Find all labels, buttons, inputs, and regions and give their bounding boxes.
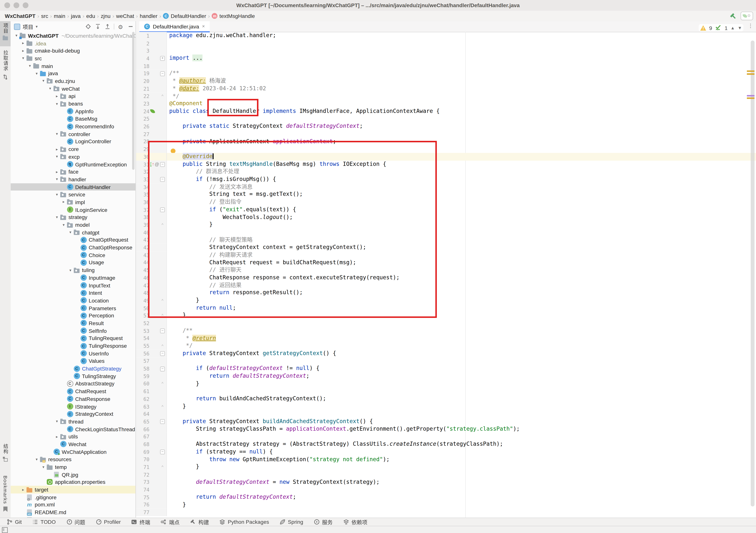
code-line-74[interactable]: 74	[136, 486, 756, 493]
status-item-packages[interactable]: Python Packages	[220, 519, 269, 525]
chevron-expanded-icon[interactable]: ▾	[20, 56, 26, 61]
tree-item-strategycontext[interactable]: CStrategyContext	[11, 410, 135, 418]
code-line-56[interactable]: 56− private StrategyContext getStrategyC…	[136, 350, 756, 357]
code-line-63[interactable]: 63^ }	[136, 403, 756, 410]
chevron-expanded-icon[interactable]: ▾	[54, 101, 60, 106]
code-line-27[interactable]: 27	[136, 130, 756, 138]
chevron-expanded-icon[interactable]: ▾	[34, 457, 40, 462]
tree-item-chatgptrequest[interactable]: CChatGptRequest	[11, 236, 135, 244]
tree-item-application-properties[interactable]: application.properties	[11, 478, 135, 486]
tree-item-wxchatgpt[interactable]: ▾WxChatGPT~/Documents/learning/WxChatGPT	[11, 32, 135, 40]
chevron-collapsed-icon[interactable]: ▸	[54, 435, 60, 439]
code-line-20[interactable]: 20 * @author: 杨海波	[136, 77, 756, 85]
previous-problem-icon[interactable]: ▲	[731, 25, 735, 30]
code-line-57[interactable]: 57	[136, 357, 756, 365]
status-item-build[interactable]: 构建	[190, 518, 209, 526]
chevron-expanded-icon[interactable]: ▾	[54, 132, 60, 136]
tree-item-target[interactable]: ▸target	[11, 486, 135, 493]
tree-item-appinfo[interactable]: CAppInfo	[11, 107, 135, 115]
chevron-expanded-icon[interactable]: ▾	[54, 419, 60, 424]
tree-item-selfinfo[interactable]: CSelfInfo	[11, 327, 135, 335]
chevron-collapsed-icon[interactable]: ▸	[20, 49, 26, 53]
breadcrumb-item-main[interactable]: main	[54, 13, 65, 19]
hide-icon[interactable]	[127, 23, 134, 30]
fold-marker-icon[interactable]: −	[159, 71, 166, 76]
chevron-down-icon[interactable]: ▾	[36, 24, 38, 29]
status-item-problems[interactable]: 问题	[66, 518, 85, 526]
chevron-expanded-icon[interactable]: ▾	[61, 223, 67, 227]
chevron-collapsed-icon[interactable]: ▸	[20, 488, 26, 492]
fold-marker-icon[interactable]: −	[159, 328, 166, 333]
code-line-19[interactable]: 19−/**	[136, 70, 756, 77]
tree-item-tulingresponse[interactable]: CTulingResponse	[11, 342, 135, 350]
locate-icon[interactable]	[85, 23, 91, 30]
tree-item-chatgptresponse[interactable]: CChatGptResponse	[11, 244, 135, 251]
chevron-collapsed-icon[interactable]: ▸	[20, 41, 26, 45]
tree-item-result[interactable]: CResult	[11, 320, 135, 327]
code-line-1[interactable]: 1package edu.zjnu.weChat.handler;	[136, 32, 756, 40]
project-panel-title[interactable]: 项目	[23, 23, 33, 30]
scrollbar-thumb[interactable]	[751, 41, 754, 506]
status-item-git[interactable]: Git	[7, 519, 22, 525]
code-line-71[interactable]: 71^ }	[136, 463, 756, 471]
code-line-72[interactable]: 72	[136, 471, 756, 478]
code-line-76[interactable]: 76 }	[136, 501, 756, 509]
fold-marker-icon[interactable]: −	[159, 366, 166, 371]
tree-item-usage[interactable]: CUsage	[11, 259, 135, 266]
tree-item-values[interactable]: CValues	[11, 357, 135, 365]
chevron-expanded-icon[interactable]: ▾	[54, 154, 60, 159]
tree-item-readme-md[interactable]: README.md	[11, 509, 135, 516]
tool-strip-item-pr[interactable]: 拉取请求	[0, 48, 11, 84]
code-line-21[interactable]: 21 * @date: 2023-04-24 12:51:02	[136, 85, 756, 92]
fold-marker-icon[interactable]: −	[159, 419, 166, 424]
breadcrumb-item-src[interactable]: src	[41, 13, 48, 19]
code-line-58[interactable]: 58− if (defaultStrategyContext != null) …	[136, 365, 756, 372]
status-item-endpoints[interactable]: 端点	[161, 518, 180, 526]
tree-item--gitignore[interactable]: .gitignore	[11, 493, 135, 501]
fold-marker-icon[interactable]: ^	[159, 94, 166, 98]
chevron-expanded-icon[interactable]: ▾	[54, 215, 60, 219]
code-line-62[interactable]: 62 return buildAndCachedStrategyContext(…	[136, 395, 756, 403]
tree-item-api[interactable]: ▸api	[11, 92, 135, 100]
chevron-collapsed-icon[interactable]: ▸	[54, 94, 60, 98]
editor-scrollbar[interactable]	[751, 41, 754, 506]
breadcrumb-item-defaulthandler[interactable]: CDefaultHandler	[163, 13, 206, 19]
run-configuration-button[interactable]: ⚙	[741, 12, 753, 20]
settings-icon[interactable]: ⚙	[118, 23, 124, 30]
breadcrumb-item-zjnu[interactable]: zjnu	[101, 13, 111, 19]
expand-all-icon[interactable]	[94, 23, 101, 30]
fold-marker-icon[interactable]: ^	[159, 464, 166, 469]
close-tab-icon[interactable]: ×	[202, 24, 205, 29]
inspections-widget[interactable]: 9 1 ▲ ▼	[699, 24, 743, 31]
tree-item-utils[interactable]: ▸utils	[11, 433, 135, 440]
tree-item-temp[interactable]: ▾temp	[11, 463, 135, 471]
code-line-73[interactable]: 73 defaultStrategyContext = new Strategy…	[136, 478, 756, 486]
tree-item-abstractstrategy[interactable]: CAbstractStrategy	[11, 380, 135, 387]
chevron-collapsed-icon[interactable]: ▸	[61, 200, 67, 204]
status-item-spring[interactable]: Spring	[280, 519, 303, 525]
code-line-26[interactable]: 26 private static StrategyContext defaul…	[136, 123, 756, 130]
status-item-deps[interactable]: 依赖项	[343, 518, 367, 526]
tool-strip-item-structure[interactable]: 结构	[0, 442, 11, 472]
tree-item-core[interactable]: ▸core	[11, 145, 135, 153]
chevron-expanded-icon[interactable]: ▾	[68, 268, 73, 272]
code-line-54[interactable]: 54 * @return	[136, 335, 756, 342]
tree-item-inputimage[interactable]: CInputImage	[11, 274, 135, 282]
code-line-68[interactable]: 68 AbstractStrategy strategy = (Abstract…	[136, 440, 756, 448]
tree-item-src[interactable]: ▾src	[11, 54, 135, 62]
code-line-3[interactable]: 3	[136, 47, 756, 54]
code-line-65[interactable]: 65− private StrategyContext buildAndCach…	[136, 418, 756, 425]
code-line-75[interactable]: 75 return defaultStrategyContext;	[136, 493, 756, 501]
breadcrumb-item-wechat[interactable]: weChat	[116, 13, 134, 19]
breadcrumb-item-edu[interactable]: edu	[86, 13, 95, 19]
tree-item-strategy[interactable]: ▾strategy	[11, 213, 135, 221]
chevron-expanded-icon[interactable]: ▾	[47, 87, 53, 91]
breadcrumb-item-textmsghandle[interactable]: mtextMsgHandle	[212, 13, 255, 19]
tab-defaulthandler-java[interactable]: C DefaultHandler.java ×	[139, 21, 210, 32]
chevron-expanded-icon[interactable]: ▾	[54, 192, 60, 197]
code-line-59[interactable]: 59 return defaultStrategyContext;	[136, 373, 756, 380]
tree-item-inputtext[interactable]: CInputText	[11, 282, 135, 289]
status-item-todo[interactable]: TODO	[32, 519, 56, 525]
chevron-expanded-icon[interactable]: ▾	[40, 79, 46, 83]
status-item-services[interactable]: 服务	[314, 518, 333, 526]
